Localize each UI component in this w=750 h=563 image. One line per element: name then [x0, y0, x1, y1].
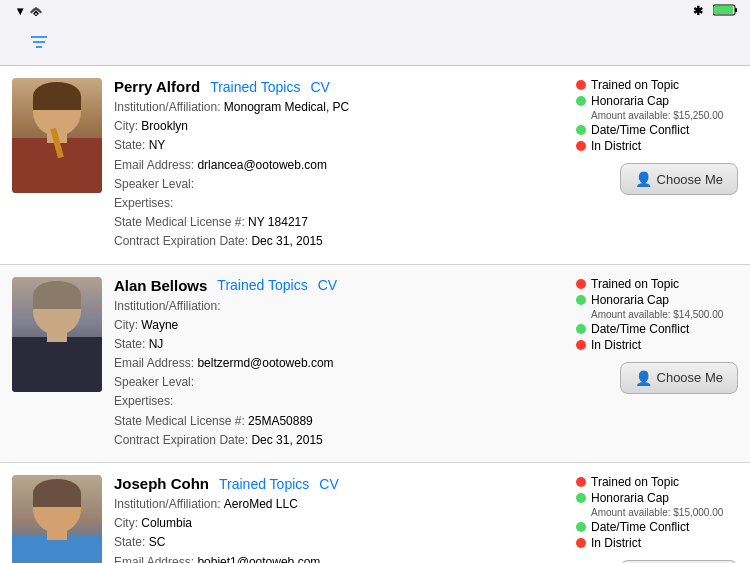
status-bar: ▾ ✱ — [0, 0, 750, 22]
in-district-status: In District — [576, 338, 641, 352]
datetime-label: Date/Time Conflict — [591, 520, 689, 534]
trained-topic-label: Trained on Topic — [591, 277, 679, 291]
choose-me-button[interactable]: 👤 Choose Me — [620, 163, 738, 195]
honoraria-cap-label: Honoraria Cap — [591, 293, 669, 307]
district-label: In District — [591, 139, 641, 153]
speaker-expertises: Expertises: — [114, 194, 568, 213]
svg-point-0 — [35, 14, 37, 16]
speaker-photo — [12, 277, 102, 392]
speaker-city: City: Brooklyn — [114, 117, 568, 136]
speaker-license: State Medical License #: NY 184217 — [114, 213, 568, 232]
speaker-level: Speaker Leval: — [114, 373, 568, 392]
honoraria-cap-status: Honoraria Cap — [576, 94, 669, 108]
speaker-name: Joseph Cohn — [114, 475, 209, 492]
trained-topic-dot — [576, 477, 586, 487]
bluetooth-icon: ✱ — [693, 4, 703, 18]
speaker-name: Perry Alford — [114, 78, 200, 95]
speaker-photo — [12, 475, 102, 563]
honoraria-cap-dot — [576, 295, 586, 305]
speaker-expertises: Expertises: — [114, 392, 568, 411]
datetime-dot — [576, 522, 586, 532]
honoraria-cap-label: Honoraria Cap — [591, 94, 669, 108]
filter-icon[interactable] — [30, 34, 48, 54]
speaker-status-panel: Trained on Topic Honoraria Cap Amount av… — [568, 277, 738, 451]
nav-bar — [0, 22, 750, 66]
trained-topics-link[interactable]: Trained Topics — [217, 277, 307, 293]
trained-topic-label: Trained on Topic — [591, 475, 679, 489]
in-district-status: In District — [576, 139, 641, 153]
datetime-dot — [576, 324, 586, 334]
speaker-email: Email Address: beltzermd@ootoweb.com — [114, 354, 568, 373]
speaker-name: Alan Bellows — [114, 277, 207, 294]
datetime-dot — [576, 125, 586, 135]
datetime-label: Date/Time Conflict — [591, 123, 689, 137]
speaker-list: Perry Alford Trained Topics CV Instituti… — [0, 66, 750, 563]
district-dot — [576, 340, 586, 350]
speaker-info: Alan Bellows Trained Topics CV Instituti… — [114, 277, 568, 451]
speaker-level: Speaker Leval: — [114, 175, 568, 194]
speaker-license: State Medical License #: 25MA50889 — [114, 412, 568, 431]
speaker-photo — [12, 78, 102, 193]
status-right: ✱ — [693, 4, 738, 19]
cv-link[interactable]: CV — [318, 277, 337, 293]
svg-rect-3 — [714, 6, 733, 14]
honoraria-cap-label: Honoraria Cap — [591, 491, 669, 505]
speaker-card: Joseph Cohn Trained Topics CV Institutio… — [0, 463, 750, 563]
trained-topics-link[interactable]: Trained Topics — [219, 476, 309, 492]
datetime-conflict-status: Date/Time Conflict — [576, 520, 689, 534]
datetime-label: Date/Time Conflict — [591, 322, 689, 336]
speaker-state: State: SC — [114, 533, 568, 552]
cv-link[interactable]: CV — [310, 79, 329, 95]
speaker-email: Email Address: bobjet1@ootoweb.com — [114, 553, 568, 563]
honoraria-cap-status: Honoraria Cap — [576, 491, 669, 505]
person-icon: 👤 — [635, 370, 652, 386]
speaker-institution: Institution/Affiliation: AeroMed LLC — [114, 495, 568, 514]
district-dot — [576, 538, 586, 548]
honoraria-cap-dot — [576, 96, 586, 106]
speaker-state: State: NY — [114, 136, 568, 155]
trained-topic-label: Trained on Topic — [591, 78, 679, 92]
wifi-bars-icon — [28, 4, 44, 19]
speaker-city: City: Columbia — [114, 514, 568, 533]
district-label: In District — [591, 338, 641, 352]
district-dot — [576, 141, 586, 151]
honoraria-amount: Amount available: $15,250.00 — [591, 110, 723, 121]
honoraria-cap-status: Honoraria Cap — [576, 293, 669, 307]
trained-on-topic-status: Trained on Topic — [576, 475, 679, 489]
speaker-contract: Contract Expiration Date: Dec 31, 2015 — [114, 232, 568, 251]
speaker-status-panel: Trained on Topic Honoraria Cap Amount av… — [568, 475, 738, 563]
speaker-name-row: Perry Alford Trained Topics CV — [114, 78, 568, 95]
nav-left — [16, 34, 48, 54]
wifi-icon: ▾ — [17, 4, 23, 18]
trained-topics-link[interactable]: Trained Topics — [210, 79, 300, 95]
battery-icon — [713, 4, 738, 19]
datetime-conflict-status: Date/Time Conflict — [576, 123, 689, 137]
speaker-contract: Contract Expiration Date: Dec 31, 2015 — [114, 431, 568, 450]
choose-me-button[interactable]: 👤 Choose Me — [620, 362, 738, 394]
speaker-institution: Institution/Affiliation: Monogram Medica… — [114, 98, 568, 117]
speaker-status-panel: Trained on Topic Honoraria Cap Amount av… — [568, 78, 738, 252]
honoraria-amount: Amount available: $14,500.00 — [591, 309, 723, 320]
speaker-card: Perry Alford Trained Topics CV Instituti… — [0, 66, 750, 265]
speaker-info: Perry Alford Trained Topics CV Instituti… — [114, 78, 568, 252]
cv-link[interactable]: CV — [319, 476, 338, 492]
honoraria-amount: Amount available: $15,000.00 — [591, 507, 723, 518]
trained-on-topic-status: Trained on Topic — [576, 277, 679, 291]
trained-on-topic-status: Trained on Topic — [576, 78, 679, 92]
trained-topic-dot — [576, 279, 586, 289]
speaker-name-row: Alan Bellows Trained Topics CV — [114, 277, 568, 294]
trained-topic-dot — [576, 80, 586, 90]
datetime-conflict-status: Date/Time Conflict — [576, 322, 689, 336]
speaker-name-row: Joseph Cohn Trained Topics CV — [114, 475, 568, 492]
speaker-info: Joseph Cohn Trained Topics CV Institutio… — [114, 475, 568, 563]
status-left: ▾ — [12, 4, 44, 19]
speaker-card: Alan Bellows Trained Topics CV Instituti… — [0, 265, 750, 464]
choose-me-label: Choose Me — [657, 172, 723, 187]
district-label: In District — [591, 536, 641, 550]
speaker-state: State: NJ — [114, 335, 568, 354]
in-district-status: In District — [576, 536, 641, 550]
choose-me-label: Choose Me — [657, 370, 723, 385]
svg-rect-2 — [735, 8, 737, 12]
honoraria-cap-dot — [576, 493, 586, 503]
speaker-email: Email Address: drlancea@ootoweb.com — [114, 156, 568, 175]
